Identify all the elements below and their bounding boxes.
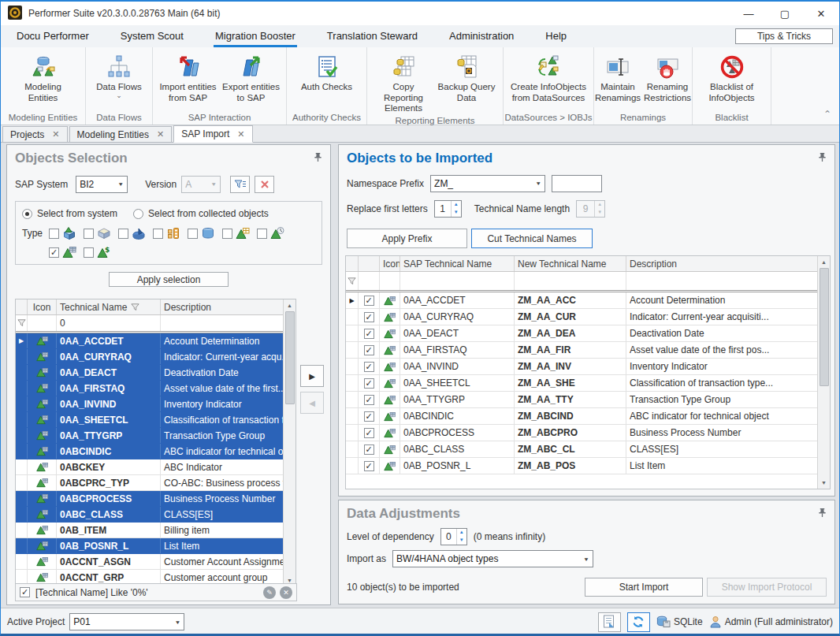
copy-reporting-button[interactable]: Copy Reporting Elements: [373, 52, 434, 116]
import-grid-row[interactable]: ✓0AA_DEACTZM_AA_DEADeactivation Date: [346, 325, 817, 342]
type-option[interactable]: [188, 226, 216, 240]
row-checkbox[interactable]: ✓: [364, 411, 374, 422]
clear-filter-button[interactable]: [255, 176, 274, 193]
technical-name-filter-value[interactable]: 0: [57, 315, 161, 331]
row-checkbox[interactable]: ✓: [364, 362, 374, 372]
row-checkbox[interactable]: ✓: [364, 378, 374, 389]
sap-system-combo[interactable]: BI2▼: [76, 176, 128, 193]
column-header-sap-technical-name[interactable]: SAP Technical Name: [400, 256, 515, 271]
import-as-combo[interactable]: BW/4HANA object types▼: [392, 550, 593, 567]
menu-help[interactable]: Help: [544, 26, 568, 47]
description-filter-value[interactable]: [161, 315, 295, 331]
menu-docu-performer[interactable]: Docu Performer: [15, 26, 91, 47]
pin-icon[interactable]: [314, 152, 322, 165]
row-checkbox[interactable]: ✓: [364, 428, 374, 438]
move-right-button[interactable]: ▶: [300, 365, 324, 387]
row-checkbox[interactable]: ✓: [364, 395, 374, 405]
tips-tricks-button[interactable]: Tips & Tricks: [735, 28, 833, 44]
selection-grid-row[interactable]: 0ABC_CLASSCLASS[ES]: [16, 507, 283, 523]
selection-grid-row[interactable]: 0ACCNT_ASGNCustomer Account Assignme...: [16, 554, 283, 570]
data-flows-button[interactable]: Data Flows ⌄: [88, 52, 150, 99]
user-status[interactable]: Admin (Full administrator): [709, 616, 833, 628]
type-option[interactable]: [153, 226, 181, 240]
close-icon[interactable]: ✕: [237, 129, 244, 139]
import-grid-row[interactable]: ✓0ABCINDICZM_ABCINDABC indicator for tec…: [346, 408, 817, 425]
selection-grid-row[interactable]: 0AA_SHEETCLClassification of transaction…: [16, 412, 283, 428]
import-grid-row[interactable]: ✓0AA_SHEETCLZM_AA_SHEClassification of t…: [346, 375, 817, 392]
menu-system-scout[interactable]: System Scout: [119, 26, 185, 47]
filter-enabled-checkbox[interactable]: ✓: [20, 587, 30, 597]
version-combo[interactable]: A▼: [181, 176, 221, 193]
menu-administration[interactable]: Administration: [448, 26, 515, 47]
selection-grid-row[interactable]: 0AA_INVINDInventory Indicator: [16, 396, 283, 412]
type-checkbox[interactable]: [118, 229, 128, 239]
close-icon[interactable]: ✕: [157, 129, 164, 139]
backup-query-button[interactable]: Backup Query Data: [436, 52, 497, 105]
import-grid-filter-row[interactable]: [346, 272, 830, 292]
selection-grid-row[interactable]: 0AB_ITEMBilling item: [16, 523, 283, 538]
scroll-down-icon[interactable]: ▼: [821, 477, 827, 489]
row-checkbox[interactable]: ✓: [364, 312, 374, 322]
refresh-button[interactable]: [627, 612, 650, 632]
apply-selection-button[interactable]: Apply selection: [109, 272, 229, 287]
type-option[interactable]: [257, 226, 285, 240]
type-checkbox[interactable]: [49, 229, 59, 239]
row-checkbox[interactable]: ✓: [364, 329, 374, 339]
namespace-extra-input[interactable]: [552, 175, 602, 192]
import-grid-row[interactable]: ✓0AB_POSNR_LZM_AB_POSList Item: [346, 458, 817, 474]
selection-grid-scrollbar[interactable]: ▲ ▼: [283, 299, 295, 586]
pin-icon[interactable]: [818, 508, 827, 520]
column-header-description[interactable]: Description: [626, 256, 830, 271]
import-grid-row[interactable]: ✓0AA_INVINDZM_AA_INVInventory Indicator: [346, 359, 817, 375]
export-entities-button[interactable]: Export entities to SAP: [221, 52, 282, 105]
selection-grid-filter-row[interactable]: 0: [16, 315, 295, 333]
scrollbar-thumb[interactable]: [285, 311, 295, 404]
type-checkbox[interactable]: ✓: [49, 247, 59, 258]
blacklist-button[interactable]: Blacklist of InfoObjects: [701, 52, 763, 105]
edit-filter-icon[interactable]: ✎: [263, 586, 276, 599]
type-checkbox[interactable]: [188, 229, 198, 239]
scroll-up-icon[interactable]: ▲: [821, 256, 827, 268]
select-from-collected-radio[interactable]: [133, 209, 143, 219]
type-option[interactable]: $: [84, 245, 112, 259]
remove-filter-icon[interactable]: ✕: [280, 586, 292, 599]
import-grid-row[interactable]: ▶✓0AA_ACCDETZM_AA_ACCAccount Determinati…: [346, 292, 817, 309]
column-header-icon[interactable]: Icon: [28, 299, 57, 314]
modeling-entities-button[interactable]: Modeling Entities: [13, 52, 74, 105]
show-import-protocol-button[interactable]: Show Import Protocol: [707, 578, 827, 597]
row-checkbox[interactable]: ✓: [364, 296, 374, 306]
close-button[interactable]: ✕: [803, 2, 839, 25]
import-entities-button[interactable]: Import entities from SAP: [158, 52, 219, 105]
selection-grid-row[interactable]: ▶0AA_ACCDETAccount Determination: [16, 333, 283, 349]
technical-name-length-spinner[interactable]: 9▲▼: [576, 200, 605, 218]
move-left-button[interactable]: ◀: [300, 392, 324, 414]
database-status[interactable]: SQLite: [656, 616, 703, 628]
tab-sap-import[interactable]: SAP Import✕: [173, 125, 252, 143]
selection-grid-row[interactable]: 0ABCINDICABC indicator for technical o..…: [16, 444, 283, 459]
import-grid-row[interactable]: ✓0AA_TTYGRPZM_AA_TTYTransaction Type Gro…: [346, 392, 817, 408]
column-header-description[interactable]: Description: [161, 299, 295, 314]
start-import-button[interactable]: Start Import: [585, 578, 703, 597]
type-checkbox[interactable]: [222, 229, 232, 239]
selection-grid-row[interactable]: 0AB_POSNR_LList Item: [16, 538, 283, 554]
type-option[interactable]: [118, 226, 147, 240]
import-grid-row[interactable]: ✓0AA_CURYRAQZM_AA_CURIndicator: Current-…: [346, 309, 817, 325]
level-of-dependency-spinner[interactable]: 0▲▼: [440, 528, 467, 545]
import-grid-row[interactable]: ✓0ABCPROCESSZM_ABCPROBusiness Process Nu…: [346, 425, 817, 441]
column-header-technical-name[interactable]: Technical Name: [57, 299, 161, 314]
type-option[interactable]: [84, 226, 112, 240]
type-option[interactable]: [222, 226, 251, 240]
column-header-new-technical-name[interactable]: New Technical Name: [515, 256, 626, 271]
pin-icon[interactable]: [818, 152, 827, 165]
selection-grid-row[interactable]: 0AA_DEACTDeactivation Date: [16, 365, 283, 381]
maximize-button[interactable]: ▢: [767, 2, 803, 25]
menu-translation-steward[interactable]: Translation Steward: [325, 26, 419, 47]
tab-projects[interactable]: Projects✕: [2, 126, 68, 142]
column-header-checkbox[interactable]: [359, 256, 380, 271]
type-option[interactable]: ✓: [49, 245, 77, 259]
row-checkbox[interactable]: ✓: [364, 461, 374, 471]
minimize-button[interactable]: —: [730, 2, 767, 25]
selection-grid-row[interactable]: 0AA_CURYRAQIndicator: Current-year acqu.…: [16, 349, 283, 365]
row-checkbox[interactable]: ✓: [364, 444, 374, 455]
type-checkbox[interactable]: [153, 229, 163, 239]
